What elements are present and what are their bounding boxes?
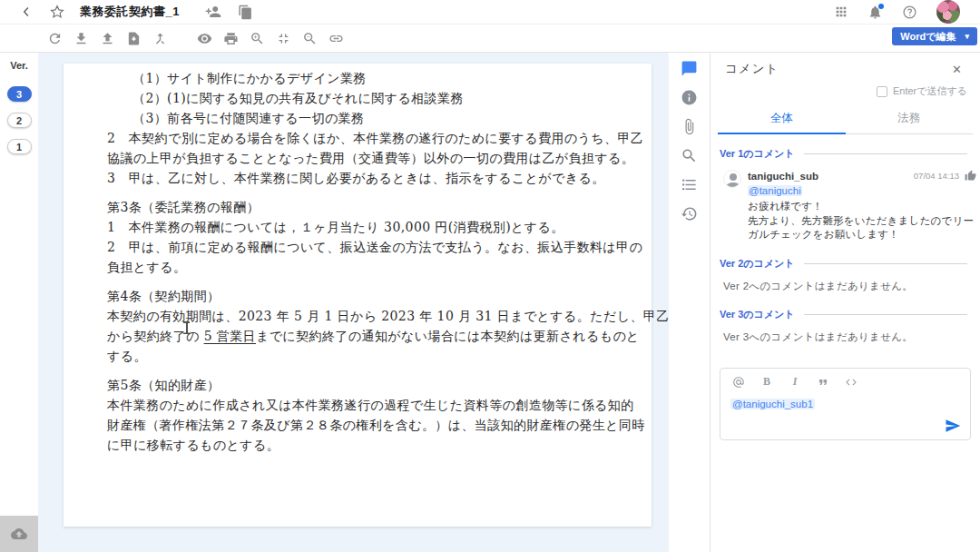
header-right-actions — [834, 0, 980, 24]
version-badge-2[interactable]: 2 — [7, 113, 32, 128]
italic-icon[interactable]: I — [789, 376, 801, 389]
top-header: 業務委託契約書_1 — [0, 0, 980, 25]
text-cursor-ibeam — [182, 321, 191, 335]
back-icon[interactable] — [18, 4, 34, 20]
document-title: 業務委託契約書_1 — [80, 4, 180, 20]
version-label: Ver. — [0, 60, 38, 71]
document-line: 第5条（知的財産） — [107, 375, 608, 395]
document-line: 協議の上甲が負担することとなった費用（交通費等）以外の一切の費用は乙が負担する。 — [107, 148, 608, 168]
apps-grid-icon[interactable] — [834, 5, 848, 19]
document-line: 負担とする。 — [107, 257, 608, 277]
comments-tabs: 全体 法務 — [718, 105, 973, 134]
version-badge-3[interactable]: 3 — [7, 86, 32, 102]
document-line: 第3条（委託業務の報酬） — [107, 197, 608, 217]
send-icon[interactable] — [945, 418, 961, 434]
fit-screen-icon[interactable] — [276, 31, 291, 46]
search-icon[interactable] — [681, 147, 698, 164]
enter-to-send-label: Enterで送信する — [893, 84, 967, 98]
upload-icon[interactable] — [100, 31, 115, 46]
app-window: 業務委託契約書_1 — [0, 0, 980, 552]
document-line: 第4条（契約期間） — [107, 286, 608, 306]
history-icon[interactable] — [681, 205, 698, 222]
download-icon[interactable] — [74, 31, 89, 46]
commenter-avatar — [723, 170, 741, 188]
document-page[interactable]: （1）サイト制作にかかるデザイン業務（2）(1)に関する知見の共有及びそれに関す… — [64, 64, 652, 527]
viewer-toolbar: Wordで編集 ▾ — [0, 25, 980, 53]
version-list: 321 — [0, 86, 38, 154]
close-icon[interactable]: ✕ — [952, 63, 962, 76]
outline-list-icon[interactable] — [681, 176, 698, 193]
link-icon[interactable] — [328, 31, 344, 46]
zoom-out-icon[interactable] — [302, 31, 318, 46]
section-rule — [804, 153, 967, 154]
mention-icon[interactable] — [732, 376, 745, 389]
document-line: （1）サイト制作にかかるデザイン業務 — [107, 68, 608, 88]
comment-item: taniguchi_sub 07/04 14:13 @taniguchi お疲れ… — [718, 163, 973, 253]
tab-all[interactable]: 全体 — [718, 105, 846, 134]
comment-sections: Ver 1のコメント taniguchi_sub 07/04 14:13 @ta… — [718, 134, 973, 355]
enter-to-send-checkbox[interactable] — [877, 86, 887, 97]
comments-panel-title: コメント — [725, 61, 779, 77]
zoom-in-icon[interactable] — [250, 31, 265, 46]
document-line: （2）(1)に関する知見の共有及びそれに関する相談業務 — [107, 88, 608, 108]
panel-icon-rail — [669, 53, 710, 552]
notifications-bell-icon[interactable] — [867, 5, 883, 20]
document-line: に甲に移転するものとする。 — [107, 435, 608, 455]
document-line: する。 — [107, 346, 608, 366]
print-icon[interactable] — [223, 31, 239, 46]
bold-icon[interactable]: B — [760, 376, 773, 389]
edit-in-word-button[interactable]: Wordで編集 ▾ — [892, 27, 977, 45]
comment-author: taniguchi_sub — [748, 171, 818, 182]
comments-icon[interactable] — [681, 60, 698, 77]
mention-chip[interactable]: @taniguchi — [748, 185, 802, 196]
document-line: 1 本件業務の報酬については，１ヶ月当たり 30,000 円(消費税別)とする。 — [107, 217, 608, 237]
document-line: （3）前各号に付随関連する一切の業務 — [107, 108, 608, 128]
preview-eye-icon[interactable] — [197, 31, 212, 46]
comments-panel: コメント ✕ Enterで送信する 全体 法務 Ver 1のコメント tanig… — [710, 53, 980, 552]
section-header-ver2: Ver 2のコメント — [720, 257, 795, 271]
person-add-icon[interactable] — [205, 4, 221, 20]
edit-in-word-label: Wordで編集 — [900, 30, 956, 44]
user-avatar[interactable] — [936, 0, 960, 24]
version-sidebar: Ver. 321 — [0, 53, 38, 552]
document-line: 3 甲は、乙に対し、本件業務に関し必要があるときは、指示をすることができる。 — [107, 168, 608, 188]
document-blank-line — [107, 366, 608, 375]
section-header-ver3: Ver 3のコメント — [720, 308, 795, 321]
document-line: 本件業務のために作成され又は本件業務遂行の過程で生じた資料等の創造物等に係る知的 — [107, 395, 608, 415]
document-blank-line — [107, 188, 608, 197]
composer-mention-chip[interactable]: @taniguchi_sub1 — [730, 399, 815, 409]
section-rule — [804, 263, 967, 264]
empty-comments-text-ver2: Ver 2へのコメントはまだありません。 — [718, 272, 973, 304]
duplicate-icon[interactable] — [238, 5, 253, 20]
notification-badge-dot — [878, 4, 884, 9]
tab-legal[interactable]: 法務 — [846, 105, 974, 133]
empty-comments-text-ver3: Ver 3へのコメントはまだありません。 — [718, 323, 973, 355]
info-icon[interactable] — [681, 89, 698, 106]
document-viewer: （1）サイト制作にかかるデザイン業務（2）(1)に関する知見の共有及びそれに関す… — [38, 53, 669, 552]
document-line: 2 本契約で別に定める場合を除くほか、本件業務の遂行のために要する費用のうち、甲… — [107, 128, 608, 148]
comment-body: お疲れ様です！ 先方より、先方雛形をいただきましたのでリーガルチェックをお願いし… — [748, 200, 976, 242]
compare-icon[interactable] — [152, 31, 168, 46]
document-blank-line — [107, 277, 608, 286]
code-icon[interactable] — [845, 376, 858, 389]
quote-icon[interactable] — [817, 376, 829, 389]
help-icon[interactable] — [902, 5, 917, 20]
refresh-icon[interactable] — [47, 31, 63, 46]
comment-timestamp: 07/04 14:13 — [914, 171, 959, 181]
document-line: 2 甲は、前項に定める報酬について、振込送金の方法で支払う。なお、振込手数料は甲… — [107, 237, 608, 257]
document-line: 財産権（著作権法第２７条及び第２８条の権利を含む。）は、当該知的財産権の発生と同… — [107, 415, 608, 435]
star-favorite-icon[interactable] — [49, 4, 65, 20]
section-rule — [804, 314, 967, 315]
file-export-icon[interactable] — [126, 31, 142, 46]
section-header-ver1: Ver 1のコメント — [720, 147, 795, 161]
upload-version-button[interactable] — [0, 516, 38, 552]
thumbs-up-icon[interactable] — [965, 170, 976, 182]
version-badge-1[interactable]: 1 — [7, 139, 32, 154]
comment-composer[interactable]: B I @taniguchi_sub1 — [720, 368, 971, 440]
cloud-upload-icon — [11, 526, 27, 542]
chevron-down-icon: ▾ — [965, 32, 969, 41]
attachment-paperclip-icon[interactable] — [681, 118, 698, 135]
